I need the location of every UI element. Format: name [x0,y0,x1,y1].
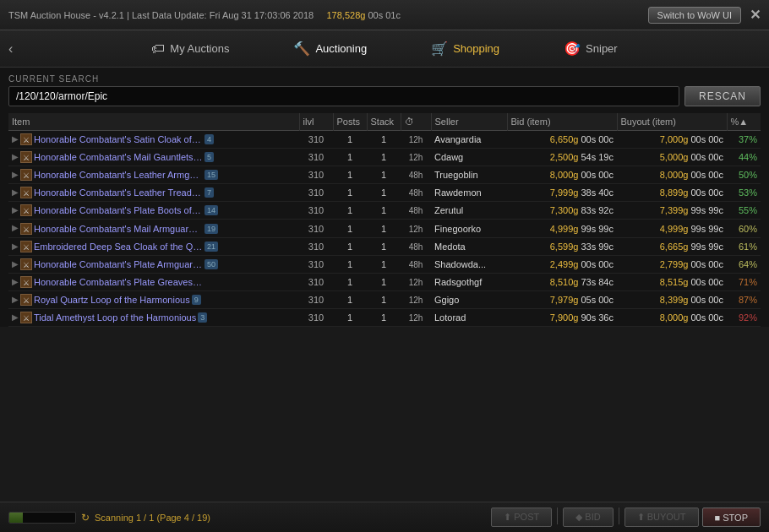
cell-pct: 92% [727,308,761,326]
item-badge: 4 [205,134,214,144]
cell-buyout: 8,515g 00s 00c [617,273,727,290]
item-name: Honorable Combatant's Satin Cloak of the… [34,134,203,144]
expand-icon[interactable]: ▶ [12,277,19,286]
cell-stack: 1 [367,255,401,273]
cell-seller: Shadowda... [431,255,507,273]
table-body: ▶⚔Honorable Combatant's Satin Cloak of t… [8,131,761,327]
col-pct: %▲ [727,113,761,131]
expand-icon[interactable]: ▶ [12,152,19,161]
tab-shopping-label: Shopping [453,42,499,55]
cell-item: ▶⚔Embroidered Deep Sea Cloak of the Quic… [8,237,299,255]
cell-stack: 1 [367,202,401,220]
cell-bid: 7,900g 90s 36c [507,308,617,326]
table-row[interactable]: ▶⚔Honorable Combatant's Satin Cloak of t… [8,131,761,149]
table-row[interactable]: ▶⚔Honorable Combatant's Plate Boots of t… [8,202,761,220]
expand-icon[interactable]: ▶ [12,205,19,214]
pct-value: 50% [739,170,757,180]
expand-icon[interactable]: ▶ [12,187,19,197]
table-row[interactable]: ▶⚔Honorable Combatant's Plate Armguards … [8,255,761,273]
auctioning-icon: 🔨 [293,41,310,57]
cell-pct: 55% [727,202,761,220]
expand-icon[interactable]: ▶ [12,170,19,179]
item-name: Honorable Combatant's Leather Armguards.… [34,170,203,180]
cell-item: ▶⚔Honorable Combatant's Leather Armguard… [8,166,299,184]
expand-icon[interactable]: ▶ [12,134,19,144]
stop-button[interactable]: ■ STOP [702,508,761,527]
table-row[interactable]: ▶⚔Honorable Combatant's Plate Greaves of… [8,273,761,290]
table-row[interactable]: ▶⚔Honorable Combatant's Mail Armguards o… [8,220,761,237]
cell-seller: Cdawg [431,149,507,166]
item-name: Honorable Combatant's Plate Armguards of… [34,259,203,269]
cell-item: ▶⚔Honorable Combatant's Plate Armguards … [8,255,299,273]
cell-bid: 2,500g 54s 19c [507,149,617,166]
item-name: Embroidered Deep Sea Cloak of the Quickb… [34,242,203,252]
switch-to-wow-btn[interactable]: Switch to WoW UI [648,7,741,24]
cell-time: 12h [401,149,431,166]
table-header: Item ilvl Posts Stack ⏱ Seller Bid (item… [8,113,761,131]
item-badge: 21 [205,242,218,252]
my-auctions-icon: 🏷 [151,41,165,57]
cell-time: 48h [401,184,431,202]
data-update: Last Data Update: Fri Aug 31 17:03:06 20… [132,10,314,20]
table-row[interactable]: ▶⚔Honorable Combatant's Leather Armguard… [8,166,761,184]
cell-stack: 1 [367,290,401,308]
close-button[interactable]: ✕ [750,7,761,23]
tab-sniper[interactable]: 🎯 Sniper [557,37,624,60]
table-row[interactable]: ▶⚔Honorable Combatant's Mail Gauntlets o… [8,149,761,166]
time-value: 12h [409,278,423,287]
col-posts: Posts [333,113,367,131]
search-input[interactable] [8,86,679,106]
expand-icon[interactable]: ▶ [12,223,19,232]
buyout-button[interactable]: ⬆ BUYOUT [624,508,699,527]
pct-value: 55% [739,205,757,215]
sniper-icon: 🎯 [564,41,581,57]
tab-auctioning[interactable]: 🔨 Auctioning [286,37,374,60]
expand-icon[interactable]: ▶ [12,295,19,304]
cell-item: ▶⚔Honorable Combatant's Mail Armguards o… [8,220,299,237]
item-name: Honorable Combatant's Mail Armguards of … [34,224,203,234]
table-row[interactable]: ▶⚔Embroidered Deep Sea Cloak of the Quic… [8,237,761,255]
expand-icon[interactable]: ▶ [12,242,19,251]
cell-buyout: 8,899g 00s 00c [617,184,727,202]
pct-value: 71% [739,277,757,287]
cell-seller: Medota [431,237,507,255]
cell-buyout: 8,000g 00s 00c [617,308,727,326]
cell-stack: 1 [367,166,401,184]
cell-time: 48h [401,237,431,255]
back-button[interactable]: ‹ [8,41,13,57]
expand-icon[interactable]: ▶ [12,259,19,269]
item-badge: 19 [205,224,218,234]
cell-ilvl: 310 [299,290,333,308]
cell-buyout: 7,000g 00s 00c [617,131,727,149]
gold-amount: 178,528g [326,10,365,20]
cell-buyout: 6,665g 99s 99c [617,237,727,255]
cell-ilvl: 310 [299,220,333,237]
tab-shopping[interactable]: 🛒 Shopping [424,37,506,60]
table-row[interactable]: ▶⚔Royal Quartz Loop of the Harmonious931… [8,290,761,308]
rescan-button[interactable]: RESCAN [684,86,761,106]
search-label: CURRENT SEARCH [8,74,761,84]
time-value: 12h [409,225,423,234]
nav-bar: ‹ 🏷 My Auctions 🔨 Auctioning 🛒 Shopping … [0,30,769,68]
pct-value: 92% [739,312,757,323]
item-icon: ⚔ [20,312,32,323]
cell-buyout: 7,399g 99s 99c [617,202,727,220]
item-badge: 50 [205,259,218,269]
cell-item: ▶⚔Royal Quartz Loop of the Harmonious9 [8,290,299,308]
table-row[interactable]: ▶⚔Tidal Amethyst Loop of the Harmonious3… [8,308,761,326]
cell-posts: 1 [333,290,367,308]
cell-bid: 4,999g 99s 99c [507,220,617,237]
tab-my-auctions[interactable]: 🏷 My Auctions [145,38,236,60]
cell-ilvl: 310 [299,184,333,202]
item-icon: ⚔ [20,133,32,145]
tab-sniper-label: Sniper [586,42,618,55]
cell-seller: Avangardia [431,131,507,149]
table-row[interactable]: ▶⚔Honorable Combatant's Leather Treads o… [8,184,761,202]
tab-my-auctions-label: My Auctions [170,42,229,55]
cell-time: 12h [401,220,431,237]
post-button[interactable]: ⬆ POST [491,508,552,527]
item-badge: 14 [205,205,218,215]
bid-button[interactable]: ◆ BID [563,508,613,527]
expand-icon[interactable]: ▶ [12,312,19,322]
time-value: 48h [409,206,423,215]
